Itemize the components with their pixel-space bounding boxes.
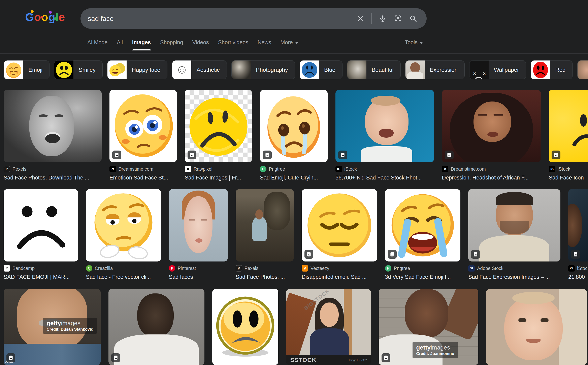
clear-search-icon[interactable] xyxy=(356,14,365,23)
result-title[interactable]: Sad Face Photos, Download The ... xyxy=(4,175,102,181)
result-source[interactable]: iStock xyxy=(344,166,357,172)
chip-blue[interactable]: Blue xyxy=(300,60,342,79)
result-thumbnail-3d-emoticon-with-hands[interactable] xyxy=(86,189,161,261)
result-thumbnail-pale-woman-photo[interactable] xyxy=(169,189,228,261)
result-title[interactable]: Emoticon Sad Face St... xyxy=(109,175,177,181)
result-source[interactable]: iStock xyxy=(577,266,588,271)
result-thumbnail-sad-face-icon-cutoff[interactable] xyxy=(549,90,588,162)
result-source[interactable]: Dreamstime.com xyxy=(451,166,486,172)
tab-short-videos[interactable]: Short videos xyxy=(218,39,248,50)
result-source[interactable]: Vecteezy xyxy=(311,266,329,271)
image-result[interactable]: gettyimages Credit: Dusan Stankovic 2254 xyxy=(4,289,101,365)
result-thumbnail-crying-child-photo[interactable] xyxy=(4,90,102,162)
chip-photography[interactable]: Photography xyxy=(232,60,295,79)
chip-beautiful[interactable]: Beautiful xyxy=(347,60,401,79)
image-result[interactable]: PPexels Sad Face Photos, Download The ..… xyxy=(4,90,102,181)
tab-images[interactable]: Images xyxy=(132,39,151,50)
search-input[interactable]: sad face xyxy=(88,15,356,22)
tab-ai-mode[interactable]: AI Mode xyxy=(87,39,108,50)
result-thumbnail-pouting-woman-photo[interactable]: BIGSTOCK SSTOCK Image ID: 7982 xyxy=(286,289,371,365)
result-title[interactable]: Sad face - Free vector cli... xyxy=(86,274,161,280)
chip-happy-face[interactable]: Happy face xyxy=(107,60,167,79)
image-result[interactable]: PPngtree 3d Very Sad Face Emoji I... xyxy=(385,189,460,280)
result-thumbnail-glossy-sad-smiley[interactable] xyxy=(212,289,278,365)
image-result[interactable]: StAdobe Stock Sad Face Expression Images… xyxy=(468,189,560,280)
result-thumbnail-teary-emoticon[interactable] xyxy=(109,90,177,162)
tab-more[interactable]: More xyxy=(280,39,298,50)
image-result[interactable]: VVecteezy Disappointed emoji. Sad ... xyxy=(302,189,377,280)
image-result[interactable]: CCreazilla Sad face - Free vector cli... xyxy=(86,189,161,280)
result-title[interactable]: 3d Very Sad Face Emoji I... xyxy=(385,274,460,280)
result-thumbnail-dark-portrait-cutoff[interactable] xyxy=(568,189,588,261)
search-bar[interactable]: sad face xyxy=(80,8,427,29)
tab-news[interactable]: News xyxy=(258,39,271,50)
result-source[interactable]: Pinterest xyxy=(178,266,196,271)
result-title[interactable]: 21,800 xyxy=(568,274,588,280)
search-submit-icon[interactable] xyxy=(408,14,418,23)
result-thumbnail-crying-baby-photo[interactable] xyxy=(335,90,434,162)
tools-button[interactable]: Tools xyxy=(405,39,423,46)
result-source[interactable]: Bandcamp xyxy=(13,266,35,271)
image-result[interactable]: dDreamstime.com Depression. Headshot of … xyxy=(442,90,541,181)
result-title[interactable]: Sad Face Expression Images – ... xyxy=(468,274,560,280)
image-result[interactable]: iSiStock 21,800 xyxy=(568,189,588,280)
image-result[interactable]: iSiStock 56,700+ Kid Sad Face Stock Phot… xyxy=(335,90,434,181)
result-title[interactable]: Disappointed emoji. Sad ... xyxy=(302,274,377,280)
image-result[interactable]: Bandcamp SAD FACE EMOJI | MAR... xyxy=(4,189,78,280)
result-source[interactable]: Pexels xyxy=(13,166,26,172)
result-thumbnail-man-looking-down-photo[interactable] xyxy=(109,289,204,365)
result-title[interactable]: Depression. Headshot of African F... xyxy=(442,175,541,181)
image-result[interactable] xyxy=(109,289,204,365)
result-title[interactable]: Sad faces xyxy=(169,274,228,280)
chip-aesthetic[interactable]: Aesthetic xyxy=(172,60,227,79)
result-title[interactable]: Sad Face Icon xyxy=(549,175,588,181)
image-result[interactable]: BIGSTOCK SSTOCK Image ID: 7982 xyxy=(286,289,371,365)
image-result[interactable]: dDreamstime.com Emoticon Sad Face St... xyxy=(109,90,177,181)
image-result[interactable]: PPexels Sad Face Photos, ... xyxy=(236,189,294,280)
result-thumbnail-loudly-crying-emoji[interactable] xyxy=(385,189,460,261)
image-result[interactable] xyxy=(212,289,278,365)
result-title[interactable]: Sad Emoji, Cute Cryin... xyxy=(260,175,328,181)
image-result[interactable]: PPinterest Sad faces xyxy=(169,189,228,280)
result-source[interactable]: Dreamstime.com xyxy=(118,166,153,172)
chip-wallpaper[interactable]: × × Wallpaper xyxy=(469,60,526,79)
bandcamp-favicon xyxy=(4,265,10,272)
result-thumbnail-pensive-emoji[interactable] xyxy=(302,189,377,261)
result-title[interactable]: Sad Face Photos, ... xyxy=(236,274,294,280)
result-thumbnail-scribble-sad-face[interactable] xyxy=(185,90,252,162)
result-source[interactable]: Pngtree xyxy=(394,266,410,271)
result-thumbnail-man-in-field-photo[interactable] xyxy=(236,189,294,261)
result-source[interactable]: Rawpixel xyxy=(194,166,212,172)
image-result[interactable]: iSiStock Sad Face Icon xyxy=(549,90,588,181)
result-source[interactable]: iStock xyxy=(558,166,570,172)
result-title[interactable]: SAD FACE EMOJI | MAR... xyxy=(4,274,78,280)
result-thumbnail-crying-emoji[interactable] xyxy=(260,90,328,162)
tab-videos[interactable]: Videos xyxy=(192,39,209,50)
result-thumbnail-old-man-photo[interactable]: gettyimages Credit: Dusan Stankovic 2254 xyxy=(4,289,101,365)
chip-red[interactable]: Red xyxy=(531,60,573,79)
result-thumbnail-minimal-sad-face[interactable] xyxy=(4,189,78,261)
result-source[interactable]: Pngtree xyxy=(269,166,285,172)
result-source[interactable]: Adobe Stock xyxy=(477,266,503,271)
image-result[interactable]: gettyimages Credit: Juanmonino xyxy=(379,289,478,365)
result-thumbnail-pouting-baby-photo[interactable] xyxy=(486,289,587,365)
google-logo[interactable]: Google xyxy=(25,10,65,23)
microphone-icon[interactable] xyxy=(378,14,387,23)
image-result[interactable] xyxy=(486,289,587,365)
chip-expression[interactable]: Expression xyxy=(405,60,465,79)
chip-smiley[interactable]: Smiley xyxy=(54,60,103,79)
tab-all[interactable]: All xyxy=(117,39,123,50)
result-thumbnail-distressed-woman-photo[interactable] xyxy=(442,90,541,162)
google-lens-icon[interactable] xyxy=(393,14,402,23)
result-thumbnail-sad-man-photo[interactable] xyxy=(468,189,560,261)
chip-cutoff[interactable]: E xyxy=(577,60,588,79)
result-title[interactable]: Sad Face Images | Fr... xyxy=(185,175,252,181)
tab-shopping[interactable]: Shopping xyxy=(160,39,183,50)
result-title[interactable]: 56,700+ Kid Sad Face Stock Phot... xyxy=(335,175,434,181)
result-source[interactable]: Creazilla xyxy=(95,266,113,271)
image-result[interactable]: PPngtree Sad Emoji, Cute Cryin... xyxy=(260,90,328,181)
result-source[interactable]: Pexels xyxy=(245,266,258,271)
image-result[interactable]: ■Rawpixel Sad Face Images | Fr... xyxy=(185,90,252,181)
chip-emoji[interactable]: Emoji xyxy=(4,60,50,79)
result-thumbnail-man-hand-on-head-photo[interactable]: gettyimages Credit: Juanmonino xyxy=(379,289,478,365)
